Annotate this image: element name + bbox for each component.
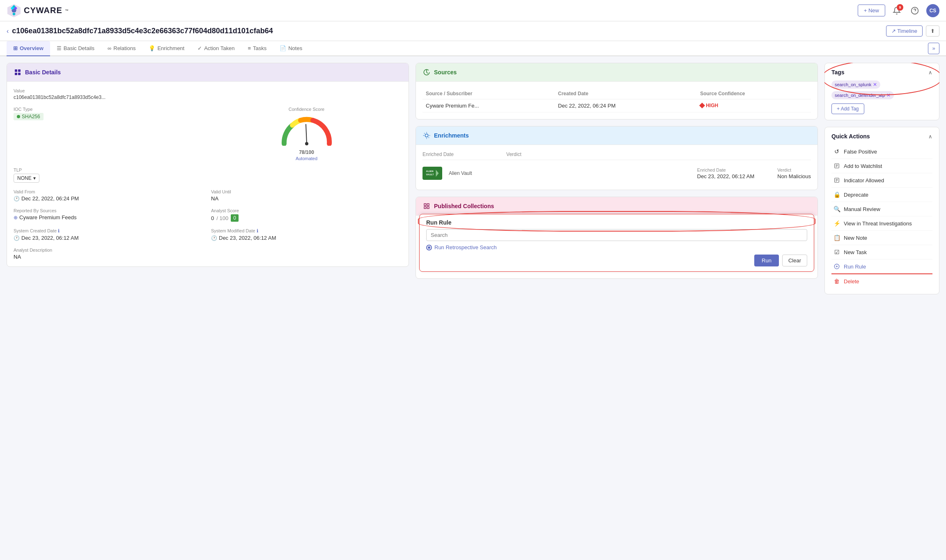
basic-details-grid: Value c106ea01381bc52a8dfc71a8933d5c4e3.… — [14, 88, 402, 260]
svg-line-17 — [424, 133, 425, 133]
run-rule-option[interactable]: Run Retrospective Search — [426, 244, 807, 250]
tab-notes-label: Notes — [288, 45, 302, 51]
col-confidence-header: Source Confidence — [697, 88, 811, 99]
add-tag-button[interactable]: + Add Tag — [831, 103, 864, 114]
tab-basic-details[interactable]: ☰ Basic Details — [50, 41, 101, 56]
enrichments-verdict-col: Verdict — [506, 151, 521, 157]
tab-relations[interactable]: ∞ Relations — [101, 41, 142, 56]
tab-action-taken-icon: ✓ — [197, 45, 202, 51]
svg-text:ALIEN: ALIEN — [426, 170, 434, 172]
value-field: Value c106ea01381bc52a8dfc71a8933d5c4e3.… — [14, 88, 402, 100]
value-content: c106ea01381bc52a8dfc71a8933d5c4e3... — [14, 94, 402, 100]
action-view-threat[interactable]: ⚡ View in Threat Investigations — [831, 216, 932, 231]
new-note-icon: 📋 — [833, 234, 840, 241]
tag-defender-label: search_on_defender_atp — [835, 93, 885, 98]
svg-rect-8 — [15, 69, 17, 72]
published-collections-title: Published Collections — [434, 203, 494, 209]
svg-point-14 — [425, 134, 428, 137]
tab-enrichment[interactable]: 💡 Enrichment — [142, 41, 191, 56]
tab-notes[interactable]: 📄 Notes — [273, 41, 309, 56]
tags-section: Tags ∧ search_on_splunk ✕ search_on_defe… — [824, 63, 939, 120]
cyware-logo-icon — [7, 3, 21, 18]
tag-chip-splunk: search_on_splunk ✕ — [831, 80, 880, 89]
enrichments-title: Enrichments — [434, 132, 469, 139]
published-collections-card: Published Collections Data not found You… — [416, 197, 818, 279]
svg-rect-9 — [18, 69, 21, 72]
main-content: Basic Details Value c106ea01381bc52a8dfc… — [0, 56, 946, 551]
valid-from-value: 🕐 Dec 22, 2022, 06:24 PM — [14, 195, 204, 202]
action-run-rule[interactable]: Run Rule — [831, 259, 932, 274]
tags-title: Tags — [831, 69, 845, 76]
delete-label: Delete — [844, 278, 859, 285]
quick-actions-collapse-button[interactable]: ∧ — [928, 133, 932, 140]
tab-enrichment-icon: 💡 — [149, 45, 155, 51]
enrichments-card: Enrichments Enriched Date Verdict ALIEN … — [416, 126, 818, 190]
value-label: Value — [14, 88, 402, 93]
tab-basic-details-icon: ☰ — [57, 45, 62, 51]
tag-chip-defender: search_on_defender_atp ✕ — [831, 91, 894, 99]
quick-actions-title: Quick Actions — [831, 133, 870, 140]
sys-clock-icon: 🕐 — [14, 235, 20, 241]
system-created-field: System Created Date ℹ 🕐 Dec 23, 2022, 06… — [14, 228, 204, 241]
action-deprecate[interactable]: 🔒 Deprecate — [831, 188, 932, 202]
new-task-label: New Task — [844, 249, 867, 255]
logo: CYWARE ™ — [7, 3, 69, 18]
confidence-value: 78/100 — [299, 147, 314, 156]
manual-review-label: Manual Review — [844, 206, 880, 212]
action-false-positive[interactable]: ↺ False Positive — [831, 145, 932, 159]
tab-expand-button[interactable]: » — [928, 43, 939, 54]
indicator-allowed-label: Indicator Allowed — [844, 177, 884, 184]
alien-vault-logo: ALIEN VAULT — [422, 167, 442, 180]
clear-button[interactable]: Clear — [782, 255, 807, 266]
share-button[interactable]: ⬆ — [926, 25, 939, 37]
run-rule-radio[interactable] — [426, 245, 432, 250]
tags-collapse-button[interactable]: ∧ — [928, 69, 932, 76]
run-rule-search-input[interactable] — [426, 229, 807, 241]
action-delete[interactable]: 🗑 Delete — [831, 274, 932, 288]
sources-icon — [422, 68, 431, 76]
tag-defender-remove[interactable]: ✕ — [886, 92, 891, 98]
tlp-select[interactable]: NONE ▾ — [14, 174, 39, 183]
action-new-task[interactable]: ☑ New Task — [831, 245, 932, 259]
tab-tasks-label: Tasks — [253, 45, 266, 51]
enrichments-header: Enrichments — [416, 126, 817, 145]
run-rule-panel: Run Rule Run Retrospective Search Run Cl… — [419, 214, 814, 272]
center-panel: Sources Source / Subscriber Created Date… — [416, 63, 818, 544]
deprecate-icon: 🔒 — [833, 191, 840, 198]
breadcrumb-right: ↗ Timeline ⬆ — [886, 25, 939, 37]
ioc-type-field: IOC Type SHA256 — [14, 107, 204, 120]
tab-tasks[interactable]: ≡ Tasks — [241, 41, 273, 56]
user-avatar[interactable]: CS — [926, 4, 939, 17]
tab-overview-label: Overview — [20, 45, 44, 51]
tab-action-taken[interactable]: ✓ Action Taken — [191, 41, 241, 56]
confidence-field: Confidence Score — [211, 107, 402, 161]
red-diamond-icon — [699, 103, 705, 108]
new-button[interactable]: + New — [858, 5, 885, 16]
analyst-desc-label: Analyst Description — [14, 248, 402, 252]
back-button[interactable]: ‹ — [7, 28, 9, 35]
action-indicator-allowed[interactable]: Indicator Allowed — [831, 173, 932, 188]
action-new-note[interactable]: 📋 New Note — [831, 231, 932, 245]
tab-overview[interactable]: ⊞ Overview — [7, 41, 50, 56]
svg-text:VAULT: VAULT — [426, 173, 434, 176]
timeline-button[interactable]: ↗ Timeline — [886, 25, 923, 37]
svg-point-13 — [305, 142, 308, 145]
basic-details-card: Basic Details Value c106ea01381bc52a8dfc… — [7, 63, 409, 267]
verdict-label: Verdict — [777, 168, 811, 172]
quick-actions-section: Quick Actions ∧ ↺ False Positive Add to … — [824, 127, 939, 294]
help-button[interactable] — [908, 4, 921, 17]
analyst-desc-field: Analyst Description NA — [14, 248, 402, 260]
notification-bell[interactable]: 9 — [890, 4, 903, 17]
high-badge: HIGH — [700, 103, 718, 108]
enriched-date-field: Enriched Date Dec 23, 2022, 06:12 AM — [697, 168, 754, 179]
deprecate-label: Deprecate — [844, 192, 868, 198]
ioc-type-value: SHA256 — [22, 114, 40, 119]
left-panel: Basic Details Value c106ea01381bc52a8dfc… — [7, 63, 409, 544]
svg-rect-28 — [427, 207, 429, 209]
tag-splunk-remove[interactable]: ✕ — [873, 82, 877, 87]
action-add-watchlist[interactable]: Add to Watchlist — [831, 159, 932, 173]
action-manual-review[interactable]: 🔍 Manual Review — [831, 202, 932, 216]
run-button[interactable]: Run — [754, 255, 779, 266]
tlp-value: NONE — [17, 175, 32, 181]
tag-splunk-label: search_on_splunk — [835, 82, 871, 87]
